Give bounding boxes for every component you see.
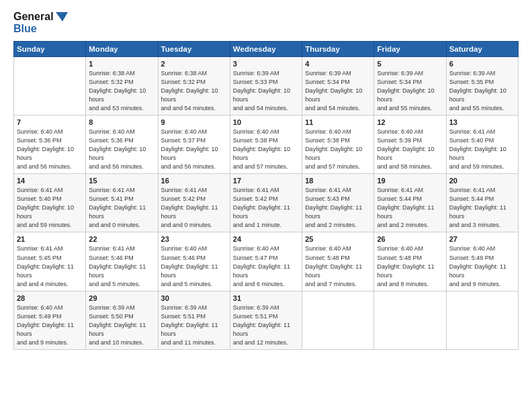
- day-number: 4: [305, 60, 371, 68]
- day-info: Sunrise: 6:41 AMSunset: 5:41 PMDaylight:…: [89, 186, 154, 230]
- day-number: 27: [449, 235, 515, 243]
- day-number: 1: [89, 60, 154, 68]
- day-info: Sunrise: 6:40 AMSunset: 5:48 PMDaylight:…: [305, 244, 371, 288]
- day-number: 13: [449, 118, 515, 126]
- day-number: 12: [377, 118, 443, 126]
- day-cell: 21Sunrise: 6:41 AMSunset: 5:45 PMDayligh…: [14, 232, 86, 291]
- week-row-1: 1Sunrise: 6:38 AMSunset: 5:32 PMDaylight…: [14, 56, 519, 115]
- day-number: 5: [377, 60, 443, 68]
- day-number: 31: [233, 294, 299, 302]
- day-cell: [302, 291, 374, 349]
- day-number: 17: [233, 177, 299, 185]
- day-info: Sunrise: 6:41 AMSunset: 5:44 PMDaylight:…: [377, 186, 443, 230]
- weekday-thursday: Thursday: [302, 41, 374, 56]
- day-info: Sunrise: 6:40 AMSunset: 5:37 PMDaylight:…: [161, 128, 227, 171]
- week-row-2: 7Sunrise: 6:40 AMSunset: 5:36 PMDaylight…: [14, 116, 519, 174]
- day-cell: 10Sunrise: 6:40 AMSunset: 5:38 PMDayligh…: [230, 116, 302, 174]
- day-cell: 7Sunrise: 6:40 AMSunset: 5:36 PMDaylight…: [14, 116, 86, 174]
- day-cell: 29Sunrise: 6:39 AMSunset: 5:50 PMDayligh…: [86, 291, 158, 349]
- day-number: 19: [377, 177, 443, 185]
- page-header: General Blue: [13, 11, 519, 36]
- logo-arrow-icon: [56, 12, 68, 21]
- day-cell: 27Sunrise: 6:40 AMSunset: 5:49 PMDayligh…: [446, 232, 518, 291]
- day-info: Sunrise: 6:40 AMSunset: 5:47 PMDaylight:…: [233, 244, 299, 288]
- day-number: 6: [449, 60, 515, 68]
- day-cell: 23Sunrise: 6:40 AMSunset: 5:46 PMDayligh…: [158, 232, 230, 291]
- weekday-header-row: SundayMondayTuesdayWednesdayThursdayFrid…: [14, 41, 519, 56]
- day-cell: 18Sunrise: 6:41 AMSunset: 5:43 PMDayligh…: [302, 174, 374, 232]
- day-number: 3: [233, 60, 299, 68]
- day-number: 7: [17, 118, 83, 126]
- weekday-tuesday: Tuesday: [158, 41, 230, 56]
- day-cell: 19Sunrise: 6:41 AMSunset: 5:44 PMDayligh…: [374, 174, 446, 232]
- day-cell: [446, 291, 518, 349]
- day-cell: [14, 56, 86, 115]
- logo-text: General Blue: [13, 11, 68, 36]
- day-info: Sunrise: 6:40 AMSunset: 5:36 PMDaylight:…: [17, 128, 83, 171]
- day-number: 24: [233, 235, 299, 243]
- day-number: 2: [161, 60, 227, 68]
- day-number: 28: [17, 294, 83, 302]
- day-cell: 2Sunrise: 6:38 AMSunset: 5:32 PMDaylight…: [158, 56, 230, 115]
- day-info: Sunrise: 6:38 AMSunset: 5:32 PMDaylight:…: [161, 69, 227, 113]
- day-info: Sunrise: 6:40 AMSunset: 5:39 PMDaylight:…: [377, 128, 443, 171]
- day-number: 14: [17, 177, 83, 185]
- day-number: 26: [377, 235, 443, 243]
- day-cell: 26Sunrise: 6:40 AMSunset: 5:48 PMDayligh…: [374, 232, 446, 291]
- day-cell: 1Sunrise: 6:38 AMSunset: 5:32 PMDaylight…: [86, 56, 158, 115]
- day-info: Sunrise: 6:41 AMSunset: 5:42 PMDaylight:…: [161, 186, 227, 230]
- day-number: 23: [161, 235, 227, 243]
- day-info: Sunrise: 6:41 AMSunset: 5:40 PMDaylight:…: [17, 186, 83, 230]
- day-info: Sunrise: 6:40 AMSunset: 5:38 PMDaylight:…: [233, 128, 299, 171]
- day-info: Sunrise: 6:39 AMSunset: 5:34 PMDaylight:…: [377, 69, 443, 113]
- svg-marker-0: [56, 12, 68, 21]
- day-cell: 12Sunrise: 6:40 AMSunset: 5:39 PMDayligh…: [374, 116, 446, 174]
- day-cell: 3Sunrise: 6:39 AMSunset: 5:33 PMDaylight…: [230, 56, 302, 115]
- day-cell: 17Sunrise: 6:41 AMSunset: 5:42 PMDayligh…: [230, 174, 302, 232]
- weekday-sunday: Sunday: [14, 41, 86, 56]
- day-info: Sunrise: 6:39 AMSunset: 5:51 PMDaylight:…: [161, 304, 227, 347]
- day-info: Sunrise: 6:41 AMSunset: 5:42 PMDaylight:…: [233, 186, 299, 230]
- day-number: 9: [161, 118, 227, 126]
- day-number: 11: [305, 118, 371, 126]
- week-row-3: 14Sunrise: 6:41 AMSunset: 5:40 PMDayligh…: [14, 174, 519, 232]
- day-cell: 13Sunrise: 6:41 AMSunset: 5:40 PMDayligh…: [446, 116, 518, 174]
- day-info: Sunrise: 6:40 AMSunset: 5:49 PMDaylight:…: [17, 304, 83, 347]
- day-number: 15: [89, 177, 154, 185]
- day-cell: 5Sunrise: 6:39 AMSunset: 5:34 PMDaylight…: [374, 56, 446, 115]
- day-info: Sunrise: 6:40 AMSunset: 5:36 PMDaylight:…: [89, 128, 154, 171]
- day-info: Sunrise: 6:40 AMSunset: 5:46 PMDaylight:…: [161, 244, 227, 288]
- day-cell: 6Sunrise: 6:39 AMSunset: 5:35 PMDaylight…: [446, 56, 518, 115]
- day-cell: 24Sunrise: 6:40 AMSunset: 5:47 PMDayligh…: [230, 232, 302, 291]
- weekday-saturday: Saturday: [446, 41, 518, 56]
- day-number: 29: [89, 294, 154, 302]
- day-info: Sunrise: 6:40 AMSunset: 5:48 PMDaylight:…: [377, 244, 443, 288]
- day-info: Sunrise: 6:38 AMSunset: 5:32 PMDaylight:…: [89, 69, 154, 113]
- day-info: Sunrise: 6:41 AMSunset: 5:43 PMDaylight:…: [305, 186, 371, 230]
- day-info: Sunrise: 6:39 AMSunset: 5:50 PMDaylight:…: [89, 304, 154, 347]
- day-cell: 22Sunrise: 6:41 AMSunset: 5:46 PMDayligh…: [86, 232, 158, 291]
- weekday-wednesday: Wednesday: [230, 41, 302, 56]
- day-info: Sunrise: 6:39 AMSunset: 5:34 PMDaylight:…: [305, 69, 371, 113]
- day-number: 18: [305, 177, 371, 185]
- week-row-5: 28Sunrise: 6:40 AMSunset: 5:49 PMDayligh…: [14, 291, 519, 349]
- day-cell: [374, 291, 446, 349]
- day-cell: 11Sunrise: 6:40 AMSunset: 5:38 PMDayligh…: [302, 116, 374, 174]
- day-number: 22: [89, 235, 154, 243]
- day-cell: 31Sunrise: 6:39 AMSunset: 5:51 PMDayligh…: [230, 291, 302, 349]
- day-cell: 15Sunrise: 6:41 AMSunset: 5:41 PMDayligh…: [86, 174, 158, 232]
- day-cell: 8Sunrise: 6:40 AMSunset: 5:36 PMDaylight…: [86, 116, 158, 174]
- day-info: Sunrise: 6:39 AMSunset: 5:35 PMDaylight:…: [449, 69, 515, 113]
- day-number: 30: [161, 294, 227, 302]
- logo: General Blue: [13, 11, 68, 36]
- day-number: 21: [17, 235, 83, 243]
- day-cell: 25Sunrise: 6:40 AMSunset: 5:48 PMDayligh…: [302, 232, 374, 291]
- day-cell: 28Sunrise: 6:40 AMSunset: 5:49 PMDayligh…: [14, 291, 86, 349]
- day-info: Sunrise: 6:41 AMSunset: 5:40 PMDaylight:…: [449, 128, 515, 171]
- day-info: Sunrise: 6:40 AMSunset: 5:49 PMDaylight:…: [449, 244, 515, 288]
- day-number: 20: [449, 177, 515, 185]
- day-number: 16: [161, 177, 227, 185]
- weekday-monday: Monday: [86, 41, 158, 56]
- day-info: Sunrise: 6:39 AMSunset: 5:33 PMDaylight:…: [233, 69, 299, 113]
- day-cell: 4Sunrise: 6:39 AMSunset: 5:34 PMDaylight…: [302, 56, 374, 115]
